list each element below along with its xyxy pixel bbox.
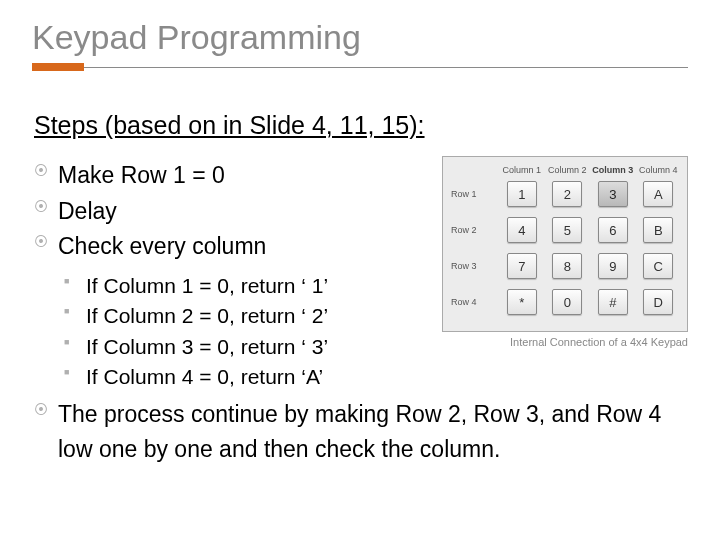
step-item: The process continue by making Row 2, Ro… <box>58 397 688 468</box>
keypad-row: Row 4 * 0 # D <box>449 289 681 315</box>
key-button: # <box>598 289 628 315</box>
substep-item: If Column 2 = 0, return ‘ 2’ <box>86 301 442 331</box>
figure-column: Column 1 Column 2 Column 3 Column 4 Row … <box>442 154 688 348</box>
substep-item: If Column 1 = 0, return ‘ 1’ <box>86 271 442 301</box>
rule-line <box>84 67 688 68</box>
step-item: Delay <box>58 194 442 230</box>
row-label: Row 3 <box>449 261 499 271</box>
key-button: 3 <box>598 181 628 207</box>
row-label: Row 1 <box>449 189 499 199</box>
subheading: Steps (based on in Slide 4, 11, 15): <box>34 111 688 140</box>
key-button: 1 <box>507 181 537 207</box>
keypad-figure: Column 1 Column 2 Column 3 Column 4 Row … <box>442 156 688 332</box>
key-button: 6 <box>598 217 628 243</box>
accent-bar <box>32 63 84 71</box>
content: Steps (based on in Slide 4, 11, 15): Mak… <box>32 111 688 468</box>
step-item: Check every column If Column 1 = 0, retu… <box>58 229 442 392</box>
key-button: 0 <box>552 289 582 315</box>
body-row: Make Row 1 = 0 Delay Check every column … <box>34 154 688 393</box>
substep-item: If Column 3 = 0, return ‘ 3’ <box>86 332 442 362</box>
col-label: Column 2 <box>545 165 591 175</box>
title-rule <box>32 63 688 71</box>
step-list-cont: The process continue by making Row 2, Ro… <box>34 397 688 468</box>
col-label: Column 1 <box>499 165 545 175</box>
key-button: 5 <box>552 217 582 243</box>
text-column: Make Row 1 = 0 Delay Check every column … <box>34 154 442 393</box>
keypad-row: Row 1 1 2 3 A <box>449 181 681 207</box>
substep-item: If Column 4 = 0, return ‘A’ <box>86 362 442 392</box>
key-button: C <box>643 253 673 279</box>
slide-title: Keypad Programming <box>32 18 688 57</box>
key-button: 9 <box>598 253 628 279</box>
keypad-row: Row 3 7 8 9 C <box>449 253 681 279</box>
key-button: * <box>507 289 537 315</box>
key-button: B <box>643 217 673 243</box>
step-text: Check every column <box>58 233 266 259</box>
key-button: 8 <box>552 253 582 279</box>
key-button: A <box>643 181 673 207</box>
col-label: Column 3 <box>590 165 636 175</box>
column-labels: Column 1 Column 2 Column 3 Column 4 <box>449 165 681 175</box>
figure-caption: Internal Connection of a 4x4 Keypad <box>442 336 688 348</box>
key-button: 4 <box>507 217 537 243</box>
col-label: Column 4 <box>636 165 682 175</box>
row-label: Row 2 <box>449 225 499 235</box>
key-button: 7 <box>507 253 537 279</box>
step-item: Make Row 1 = 0 <box>58 158 442 194</box>
key-button: 2 <box>552 181 582 207</box>
row-label: Row 4 <box>449 297 499 307</box>
keypad-row: Row 2 4 5 6 B <box>449 217 681 243</box>
substep-list: If Column 1 = 0, return ‘ 1’ If Column 2… <box>58 271 442 393</box>
step-list: Make Row 1 = 0 Delay Check every column … <box>34 158 442 393</box>
key-button: D <box>643 289 673 315</box>
slide: Keypad Programming Steps (based on in Sl… <box>0 0 720 540</box>
